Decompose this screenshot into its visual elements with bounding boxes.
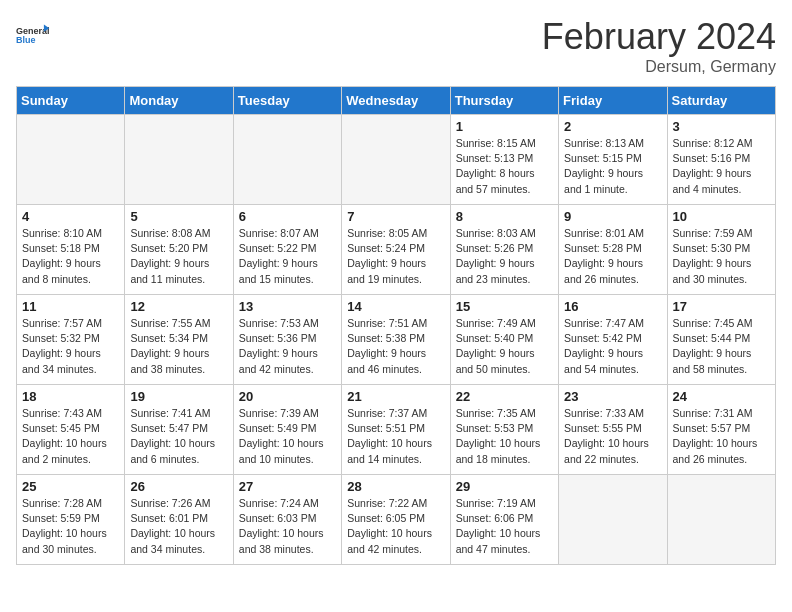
day-number: 21 xyxy=(347,389,444,404)
day-number: 27 xyxy=(239,479,336,494)
day-number: 11 xyxy=(22,299,119,314)
day-number: 6 xyxy=(239,209,336,224)
day-info: Sunrise: 7:22 AMSunset: 6:05 PMDaylight:… xyxy=(347,496,444,557)
calendar-cell: 5 Sunrise: 8:08 AMSunset: 5:20 PMDayligh… xyxy=(125,205,233,295)
day-info: Sunrise: 7:28 AMSunset: 5:59 PMDaylight:… xyxy=(22,496,119,557)
title-block: February 2024 Dersum, Germany xyxy=(542,16,776,76)
day-info: Sunrise: 7:55 AMSunset: 5:34 PMDaylight:… xyxy=(130,316,227,377)
calendar-cell: 12 Sunrise: 7:55 AMSunset: 5:34 PMDaylig… xyxy=(125,295,233,385)
calendar-table: SundayMondayTuesdayWednesdayThursdayFrid… xyxy=(16,86,776,565)
day-number: 20 xyxy=(239,389,336,404)
calendar-cell: 29 Sunrise: 7:19 AMSunset: 6:06 PMDaylig… xyxy=(450,475,558,565)
day-info: Sunrise: 7:43 AMSunset: 5:45 PMDaylight:… xyxy=(22,406,119,467)
day-info: Sunrise: 7:39 AMSunset: 5:49 PMDaylight:… xyxy=(239,406,336,467)
day-info: Sunrise: 8:15 AMSunset: 5:13 PMDaylight:… xyxy=(456,136,553,197)
month-title: February 2024 xyxy=(542,16,776,58)
day-info: Sunrise: 8:12 AMSunset: 5:16 PMDaylight:… xyxy=(673,136,770,197)
calendar-cell: 13 Sunrise: 7:53 AMSunset: 5:36 PMDaylig… xyxy=(233,295,341,385)
day-info: Sunrise: 7:19 AMSunset: 6:06 PMDaylight:… xyxy=(456,496,553,557)
location: Dersum, Germany xyxy=(542,58,776,76)
day-info: Sunrise: 7:47 AMSunset: 5:42 PMDaylight:… xyxy=(564,316,661,377)
day-info: Sunrise: 8:01 AMSunset: 5:28 PMDaylight:… xyxy=(564,226,661,287)
day-info: Sunrise: 7:49 AMSunset: 5:40 PMDaylight:… xyxy=(456,316,553,377)
calendar-cell: 18 Sunrise: 7:43 AMSunset: 5:45 PMDaylig… xyxy=(17,385,125,475)
day-number: 13 xyxy=(239,299,336,314)
col-header-saturday: Saturday xyxy=(667,87,775,115)
page-header: General Blue February 2024 Dersum, Germa… xyxy=(16,16,776,76)
calendar-cell xyxy=(17,115,125,205)
day-info: Sunrise: 7:41 AMSunset: 5:47 PMDaylight:… xyxy=(130,406,227,467)
col-header-tuesday: Tuesday xyxy=(233,87,341,115)
col-header-monday: Monday xyxy=(125,87,233,115)
day-info: Sunrise: 8:07 AMSunset: 5:22 PMDaylight:… xyxy=(239,226,336,287)
calendar-cell xyxy=(559,475,667,565)
calendar-cell xyxy=(342,115,450,205)
day-number: 29 xyxy=(456,479,553,494)
calendar-cell: 21 Sunrise: 7:37 AMSunset: 5:51 PMDaylig… xyxy=(342,385,450,475)
day-number: 17 xyxy=(673,299,770,314)
day-number: 15 xyxy=(456,299,553,314)
day-info: Sunrise: 8:05 AMSunset: 5:24 PMDaylight:… xyxy=(347,226,444,287)
calendar-cell: 6 Sunrise: 8:07 AMSunset: 5:22 PMDayligh… xyxy=(233,205,341,295)
day-number: 26 xyxy=(130,479,227,494)
calendar-cell xyxy=(125,115,233,205)
calendar-cell: 19 Sunrise: 7:41 AMSunset: 5:47 PMDaylig… xyxy=(125,385,233,475)
calendar-cell xyxy=(233,115,341,205)
calendar-cell: 11 Sunrise: 7:57 AMSunset: 5:32 PMDaylig… xyxy=(17,295,125,385)
calendar-cell: 27 Sunrise: 7:24 AMSunset: 6:03 PMDaylig… xyxy=(233,475,341,565)
day-number: 4 xyxy=(22,209,119,224)
calendar-cell: 22 Sunrise: 7:35 AMSunset: 5:53 PMDaylig… xyxy=(450,385,558,475)
day-number: 1 xyxy=(456,119,553,134)
logo-svg: General Blue xyxy=(16,16,52,56)
day-number: 19 xyxy=(130,389,227,404)
calendar-cell: 28 Sunrise: 7:22 AMSunset: 6:05 PMDaylig… xyxy=(342,475,450,565)
calendar-cell xyxy=(667,475,775,565)
day-number: 24 xyxy=(673,389,770,404)
day-info: Sunrise: 7:26 AMSunset: 6:01 PMDaylight:… xyxy=(130,496,227,557)
calendar-cell: 17 Sunrise: 7:45 AMSunset: 5:44 PMDaylig… xyxy=(667,295,775,385)
day-info: Sunrise: 7:31 AMSunset: 5:57 PMDaylight:… xyxy=(673,406,770,467)
day-info: Sunrise: 7:24 AMSunset: 6:03 PMDaylight:… xyxy=(239,496,336,557)
logo: General Blue xyxy=(16,16,52,56)
day-info: Sunrise: 8:10 AMSunset: 5:18 PMDaylight:… xyxy=(22,226,119,287)
calendar-cell: 2 Sunrise: 8:13 AMSunset: 5:15 PMDayligh… xyxy=(559,115,667,205)
col-header-sunday: Sunday xyxy=(17,87,125,115)
day-info: Sunrise: 7:59 AMSunset: 5:30 PMDaylight:… xyxy=(673,226,770,287)
col-header-thursday: Thursday xyxy=(450,87,558,115)
col-header-friday: Friday xyxy=(559,87,667,115)
calendar-cell: 3 Sunrise: 8:12 AMSunset: 5:16 PMDayligh… xyxy=(667,115,775,205)
calendar-cell: 4 Sunrise: 8:10 AMSunset: 5:18 PMDayligh… xyxy=(17,205,125,295)
day-number: 25 xyxy=(22,479,119,494)
day-number: 28 xyxy=(347,479,444,494)
calendar-cell: 16 Sunrise: 7:47 AMSunset: 5:42 PMDaylig… xyxy=(559,295,667,385)
calendar-week-1: 1 Sunrise: 8:15 AMSunset: 5:13 PMDayligh… xyxy=(17,115,776,205)
calendar-cell: 24 Sunrise: 7:31 AMSunset: 5:57 PMDaylig… xyxy=(667,385,775,475)
calendar-week-4: 18 Sunrise: 7:43 AMSunset: 5:45 PMDaylig… xyxy=(17,385,776,475)
calendar-week-2: 4 Sunrise: 8:10 AMSunset: 5:18 PMDayligh… xyxy=(17,205,776,295)
col-header-wednesday: Wednesday xyxy=(342,87,450,115)
day-info: Sunrise: 7:57 AMSunset: 5:32 PMDaylight:… xyxy=(22,316,119,377)
calendar-cell: 23 Sunrise: 7:33 AMSunset: 5:55 PMDaylig… xyxy=(559,385,667,475)
day-number: 12 xyxy=(130,299,227,314)
day-info: Sunrise: 7:35 AMSunset: 5:53 PMDaylight:… xyxy=(456,406,553,467)
day-number: 8 xyxy=(456,209,553,224)
day-number: 14 xyxy=(347,299,444,314)
day-number: 5 xyxy=(130,209,227,224)
day-number: 7 xyxy=(347,209,444,224)
calendar-cell: 14 Sunrise: 7:51 AMSunset: 5:38 PMDaylig… xyxy=(342,295,450,385)
day-info: Sunrise: 7:45 AMSunset: 5:44 PMDaylight:… xyxy=(673,316,770,377)
calendar-cell: 7 Sunrise: 8:05 AMSunset: 5:24 PMDayligh… xyxy=(342,205,450,295)
day-info: Sunrise: 7:33 AMSunset: 5:55 PMDaylight:… xyxy=(564,406,661,467)
calendar-cell: 26 Sunrise: 7:26 AMSunset: 6:01 PMDaylig… xyxy=(125,475,233,565)
day-number: 2 xyxy=(564,119,661,134)
calendar-cell: 15 Sunrise: 7:49 AMSunset: 5:40 PMDaylig… xyxy=(450,295,558,385)
day-info: Sunrise: 7:53 AMSunset: 5:36 PMDaylight:… xyxy=(239,316,336,377)
calendar-cell: 9 Sunrise: 8:01 AMSunset: 5:28 PMDayligh… xyxy=(559,205,667,295)
calendar-week-3: 11 Sunrise: 7:57 AMSunset: 5:32 PMDaylig… xyxy=(17,295,776,385)
calendar-week-5: 25 Sunrise: 7:28 AMSunset: 5:59 PMDaylig… xyxy=(17,475,776,565)
calendar-cell: 20 Sunrise: 7:39 AMSunset: 5:49 PMDaylig… xyxy=(233,385,341,475)
day-number: 3 xyxy=(673,119,770,134)
calendar-cell: 10 Sunrise: 7:59 AMSunset: 5:30 PMDaylig… xyxy=(667,205,775,295)
day-number: 10 xyxy=(673,209,770,224)
day-number: 9 xyxy=(564,209,661,224)
